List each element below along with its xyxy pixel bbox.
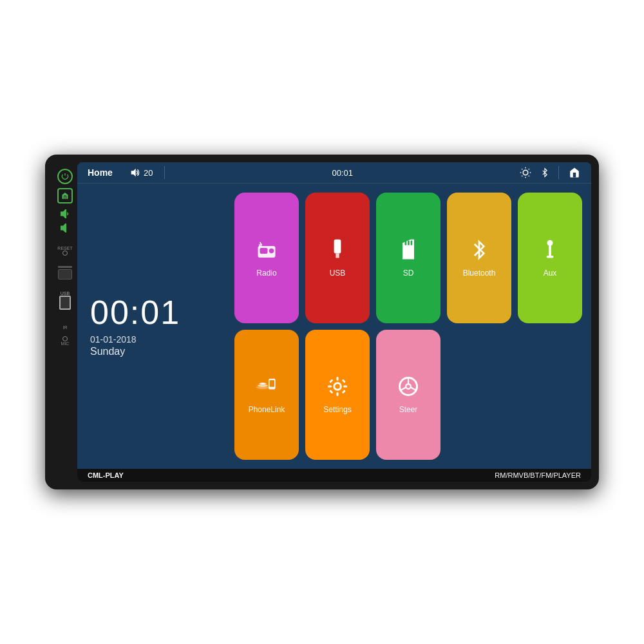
- app-radio[interactable]: Radio: [234, 193, 299, 323]
- settings-label: Settings: [323, 405, 351, 414]
- sd-icon: [398, 238, 419, 265]
- reset-button[interactable]: [62, 251, 68, 256]
- app-bluetooth[interactable]: Bluetooth: [447, 193, 511, 323]
- mic-indicator: [62, 336, 68, 341]
- svg-marker-0: [61, 209, 66, 218]
- day-display: Sunday: [90, 346, 225, 357]
- svg-rect-29: [337, 377, 339, 381]
- usb-label: USB: [330, 269, 346, 278]
- aux-label: Aux: [544, 269, 557, 278]
- svg-rect-19: [336, 253, 339, 258]
- volume-status: 20: [129, 168, 153, 178]
- settings-icon: [326, 375, 349, 401]
- svg-rect-14: [260, 248, 268, 254]
- bluetooth-icon: [470, 238, 488, 265]
- home-hardware-button[interactable]: [57, 188, 73, 204]
- svg-rect-21: [408, 240, 410, 245]
- power-button[interactable]: [57, 169, 73, 184]
- svg-point-38: [406, 384, 411, 390]
- volume-up-button[interactable]: [57, 207, 73, 220]
- svg-marker-2: [61, 223, 66, 232]
- svg-line-7: [522, 169, 522, 169]
- usb-port[interactable]: [59, 296, 71, 310]
- svg-rect-20: [405, 240, 407, 245]
- svg-rect-34: [342, 379, 346, 383]
- status-icons: [520, 166, 581, 179]
- phonelink-icon: [255, 375, 278, 401]
- usb-icon: [327, 238, 348, 265]
- steer-icon: [397, 375, 420, 401]
- phonelink-label: PhoneLink: [249, 405, 285, 414]
- svg-line-40: [401, 388, 406, 391]
- app-sd[interactable]: SD: [376, 193, 440, 323]
- apps-grid: Radio USB: [232, 190, 585, 462]
- svg-line-41: [411, 388, 416, 391]
- left-controls-panel: RESET USB IR MIC: [53, 162, 77, 482]
- svg-rect-31: [328, 386, 332, 388]
- home-label: Home: [88, 167, 113, 178]
- brand-label: CML-PLAY: [88, 471, 124, 479]
- screen: Home 20 00:01: [77, 162, 591, 482]
- usb-port-label: USB: [59, 291, 71, 296]
- app-phonelink[interactable]: PhoneLink: [234, 330, 299, 460]
- bluetooth-status-icon: [540, 167, 549, 178]
- svg-rect-36: [342, 390, 346, 393]
- svg-rect-22: [411, 240, 413, 245]
- volume-down-button[interactable]: [57, 222, 73, 234]
- svg-line-8: [529, 176, 529, 176]
- car-stereo-device: RESET USB IR MIC Home: [45, 155, 599, 489]
- volume-level: 20: [144, 168, 153, 178]
- sd-label: SD: [403, 269, 414, 278]
- svg-marker-3: [131, 169, 136, 177]
- ir-label: IR: [63, 325, 68, 330]
- svg-point-4: [523, 170, 528, 175]
- svg-line-11: [522, 176, 522, 176]
- svg-point-23: [547, 240, 553, 245]
- radio-icon: [255, 238, 278, 265]
- radio-label: Radio: [256, 269, 276, 278]
- svg-rect-30: [337, 392, 339, 396]
- aux-icon: [541, 238, 559, 265]
- main-content: 00:01 01-01-2018 Sunday: [77, 184, 591, 469]
- home-status-icon[interactable]: [568, 167, 581, 178]
- svg-rect-32: [343, 386, 347, 388]
- date-display: 01-01-2018: [90, 334, 225, 345]
- app-steer[interactable]: Steer: [376, 330, 440, 460]
- svg-point-15: [269, 249, 274, 254]
- status-bar: Home 20 00:01: [77, 162, 591, 184]
- mic-label: MIC: [61, 341, 70, 346]
- app-aux[interactable]: Aux: [518, 193, 582, 323]
- reset-label: RESET: [57, 246, 72, 251]
- brightness-icon: [520, 167, 531, 178]
- svg-rect-33: [329, 379, 333, 383]
- bottom-bar: CML-PLAY RM/RMVB/BT/FM/PLAYER: [77, 469, 591, 482]
- svg-line-12: [529, 169, 529, 169]
- model-info: RM/RMVB/BT/FM/PLAYER: [495, 471, 581, 479]
- status-time: 00:01: [176, 168, 508, 178]
- clock-section: 00:01 01-01-2018 Sunday: [84, 190, 225, 462]
- bluetooth-label: Bluetooth: [463, 269, 496, 278]
- app-settings[interactable]: Settings: [305, 330, 370, 460]
- svg-rect-35: [329, 390, 333, 393]
- clock-display: 00:01: [90, 296, 225, 329]
- svg-rect-27: [270, 381, 275, 388]
- svg-rect-24: [549, 245, 551, 257]
- steer-label: Steer: [399, 405, 418, 414]
- svg-rect-25: [547, 256, 554, 258]
- svg-point-28: [334, 383, 341, 390]
- app-usb[interactable]: USB: [305, 193, 370, 323]
- svg-rect-18: [334, 240, 341, 254]
